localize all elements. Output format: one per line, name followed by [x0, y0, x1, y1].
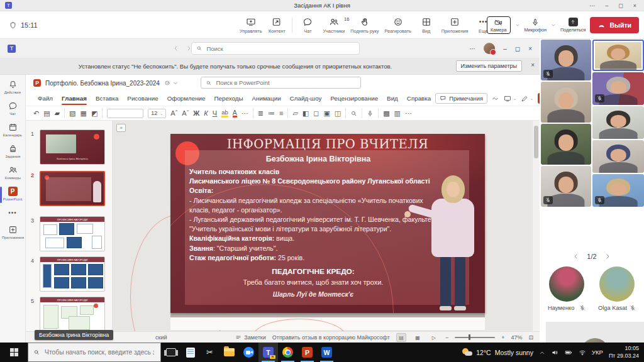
camera-button[interactable]: Камера: [487, 16, 511, 34]
tab-Главная[interactable]: Главная: [57, 92, 91, 104]
participant-video-tile[interactable]: [592, 106, 644, 139]
battery-icon[interactable]: [564, 349, 573, 356]
font-size-box[interactable]: 12⌄: [148, 109, 166, 118]
slide-thumbnail-2[interactable]: 2: [26, 171, 113, 209]
underline-icon[interactable]: Ч: [213, 109, 217, 117]
nav-back-icon[interactable]: [173, 45, 179, 52]
window-minimize-icon[interactable]: –: [605, 3, 608, 9]
bullets-icon[interactable]: ≣: [258, 109, 264, 118]
highlight-icon[interactable]: ab: [221, 109, 228, 118]
current-slide[interactable]: ІНФОРМАЦІЯ ПРО ВЧИТЕЛЯ Безбожна Ірина Ві…: [170, 134, 485, 313]
participant-video-tile[interactable]: [592, 40, 644, 71]
taskbar-powerpoint-taskbar-icon[interactable]: P: [297, 343, 317, 362]
sidebar-item-Команды[interactable]: Команды: [0, 165, 25, 180]
page-prev-icon[interactable]: [573, 253, 579, 260]
taskbar-search-input[interactable]: [43, 348, 155, 356]
meeting-button-Контент[interactable]: Контент: [267, 17, 286, 34]
tab-Файл[interactable]: Файл: [33, 92, 57, 104]
teams-search[interactable]: [191, 42, 360, 55]
tab-Рисование[interactable]: Рисование: [123, 92, 162, 104]
more-font-icon[interactable]: ⋯: [242, 109, 248, 118]
participant-video-tile[interactable]: [541, 166, 591, 207]
shape-fill-icon[interactable]: ◧: [303, 109, 309, 118]
participant-video-tile[interactable]: [592, 72, 644, 105]
present-button[interactable]: ⌄: [504, 95, 516, 102]
tray-chevron-up-icon[interactable]: [539, 349, 545, 356]
editing-mode-icon[interactable]: [492, 95, 499, 102]
font-name-box[interactable]: [107, 109, 143, 118]
italic-icon[interactable]: К: [204, 109, 208, 117]
mic-button[interactable]: Микрофон: [525, 18, 547, 33]
taskbar-zoom-app-icon[interactable]: [239, 343, 258, 362]
taskbar-notepad-icon[interactable]: [180, 343, 200, 362]
new-slide-icon[interactable]: ▧: [69, 109, 75, 118]
taskbar-teams-app-icon[interactable]: TN: [258, 343, 278, 362]
participant-video-tile[interactable]: [592, 174, 644, 207]
align-icon[interactable]: ≡: [279, 109, 283, 117]
ppt-search-input[interactable]: [214, 79, 356, 87]
meeting-button-Чат[interactable]: Чат: [298, 17, 317, 34]
teams-restore-icon[interactable]: ◻: [515, 45, 520, 52]
zoom-slider[interactable]: [455, 337, 495, 339]
slide-thumbnail-5[interactable]: 5ПРОФЕСІЙНІ НАГОРОДИ: [26, 297, 113, 331]
meeting-button-Вид[interactable]: Вид: [417, 17, 436, 34]
zoom-slider-thumb[interactable]: [469, 334, 470, 340]
group-icon[interactable]: ◫: [335, 109, 341, 118]
taskbar-search[interactable]: [28, 343, 161, 362]
comments-button[interactable]: Примечания: [435, 93, 487, 104]
tab-Оформление[interactable]: Оформление: [163, 92, 210, 104]
meeting-button-Управлять[interactable]: Управлять: [240, 17, 262, 34]
tab-Вид[interactable]: Вид: [382, 92, 402, 104]
canvas-scrollbar[interactable]: [532, 121, 540, 331]
taskbar-snipping-tool-icon[interactable]: ✂: [200, 343, 219, 362]
wifi-icon[interactable]: [579, 349, 586, 356]
taskbar-file-explorer-icon[interactable]: [219, 343, 239, 362]
undo-icon[interactable]: ↶: [33, 109, 39, 118]
participant-video-tile[interactable]: [592, 140, 644, 173]
slide-canvas[interactable]: ≡ ІНФОРМАЦІЯ ПРО ВЧИТЕЛЯ: [113, 121, 532, 331]
tab-Переходы[interactable]: Переходы: [210, 92, 248, 104]
normal-view-button[interactable]: ▤: [396, 333, 406, 342]
bold-icon[interactable]: Ж: [193, 109, 199, 117]
tab-Вставка[interactable]: Вставка: [91, 92, 123, 104]
feedback-link[interactable]: Отправить отзыв в корпорацию Майкрософт: [272, 334, 390, 341]
window-more-icon[interactable]: ⋯: [589, 3, 595, 9]
banner-close-icon[interactable]: ×: [531, 62, 535, 69]
image-icon[interactable]: ◩: [91, 109, 97, 118]
sidebar-item-Календарь[interactable]: Календарь: [0, 123, 25, 137]
page-next-icon[interactable]: [604, 253, 611, 260]
tab-Анимации[interactable]: Анимации: [247, 92, 285, 104]
change-settings-button[interactable]: Изменить параметры: [456, 60, 522, 72]
meeting-button-Поднять руку[interactable]: Поднять руку: [350, 17, 379, 34]
volume-icon[interactable]: [551, 349, 558, 356]
zoom-out-icon[interactable]: −: [445, 334, 448, 341]
shrink-font-icon[interactable]: Aˇ: [182, 109, 189, 117]
zoom-level[interactable]: 47%: [511, 334, 522, 341]
sidebar-item-PowerPoint[interactable]: PPowerPoint: [0, 187, 25, 201]
designer-icon[interactable]: ▩: [383, 109, 389, 118]
fit-slide-icon[interactable]: ⊡: [528, 334, 533, 341]
language-switcher[interactable]: УКР: [592, 349, 603, 356]
slide-sorter-button[interactable]: ▦: [413, 333, 423, 342]
book-icon[interactable]: ▥: [394, 109, 401, 118]
font-color-icon[interactable]: A: [233, 109, 237, 118]
participant-video-tile[interactable]: [541, 82, 591, 123]
window-close-icon[interactable]: ×: [633, 3, 636, 9]
meeting-button-Приложения[interactable]: Приложения: [441, 17, 469, 34]
collapse-panel-icon[interactable]: ≡: [116, 124, 126, 132]
paste-icon[interactable]: ▤: [43, 109, 50, 118]
doc-chevron-icon[interactable]: [172, 80, 179, 86]
participant-video-tile[interactable]: [541, 40, 591, 80]
user-avatar[interactable]: [484, 43, 495, 54]
find-icon[interactable]: [350, 110, 357, 117]
shape-outline-icon[interactable]: ◻: [313, 109, 319, 118]
tab-Рецензирование[interactable]: Рецензирование: [326, 92, 382, 104]
audio-participant[interactable]: Науменко ...: [548, 266, 586, 311]
weather-widget[interactable]: 12°C Mostly sunny: [462, 348, 533, 356]
notes-button[interactable]: Заметки: [235, 334, 265, 341]
slideshow-button[interactable]: ▷: [429, 333, 439, 342]
numbering-icon[interactable]: ≔: [268, 109, 275, 118]
window-maximize-icon[interactable]: ◻: [618, 3, 623, 9]
taskbar-task-view-icon[interactable]: [161, 343, 180, 362]
table-icon[interactable]: ▦: [80, 109, 87, 118]
